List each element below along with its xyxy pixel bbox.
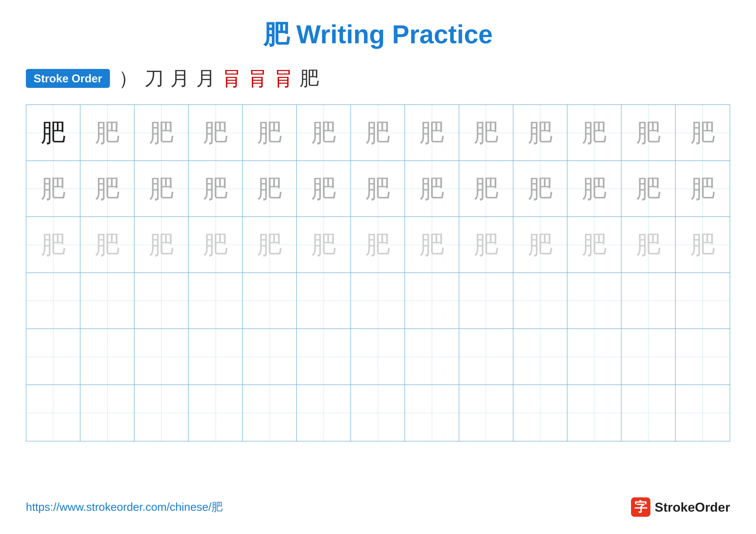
stroke-7: 肙 — [274, 65, 293, 91]
grid-cell[interactable] — [134, 273, 189, 328]
grid-cell[interactable]: 肥 — [459, 217, 513, 272]
grid-cell[interactable]: 肥 — [567, 217, 622, 272]
cell-character: 肥 — [582, 116, 607, 149]
grid-cell[interactable] — [134, 329, 189, 385]
grid-cell[interactable] — [622, 385, 676, 441]
grid-cell[interactable]: 肥 — [189, 105, 243, 161]
grid-cell[interactable]: 肥 — [676, 161, 730, 216]
grid-cell[interactable]: 肥 — [513, 105, 567, 161]
grid-cell[interactable] — [351, 273, 405, 328]
grid-cell[interactable] — [189, 329, 243, 385]
cell-character: 肥 — [690, 228, 715, 262]
grid-cell[interactable]: 肥 — [134, 161, 189, 216]
grid-cell[interactable] — [351, 329, 405, 385]
grid-cell[interactable]: 肥 — [189, 161, 243, 216]
grid-cell[interactable]: 肥 — [26, 105, 80, 161]
grid-cell[interactable]: 肥 — [134, 217, 189, 272]
cell-character: 肥 — [257, 116, 282, 149]
grid-cell[interactable] — [243, 385, 297, 441]
cell-character: 肥 — [203, 172, 228, 206]
grid-cell[interactable] — [297, 273, 351, 328]
grid-cell[interactable] — [297, 329, 351, 385]
cell-character: 肥 — [203, 228, 228, 262]
grid-cell[interactable] — [459, 385, 513, 441]
cell-character: 肥 — [528, 228, 553, 262]
grid-cell[interactable]: 肥 — [405, 161, 459, 216]
grid-cell[interactable]: 肥 — [676, 217, 730, 272]
grid-cell[interactable] — [622, 329, 676, 385]
grid-cell[interactable] — [26, 273, 80, 328]
grid-cell[interactable] — [567, 273, 622, 328]
grid-cell[interactable] — [405, 329, 459, 385]
grid-cell[interactable]: 肥 — [243, 105, 297, 161]
grid-cell[interactable]: 肥 — [297, 105, 351, 161]
grid-cell[interactable] — [351, 385, 405, 441]
grid-cell[interactable]: 肥 — [405, 217, 459, 272]
cell-character: 肥 — [257, 228, 282, 262]
grid-cell[interactable] — [676, 385, 730, 441]
cell-character: 肥 — [95, 228, 120, 262]
grid-cell[interactable]: 肥 — [134, 105, 189, 161]
grid-cell[interactable]: 肥 — [405, 105, 459, 161]
grid-cell[interactable] — [676, 329, 730, 385]
grid-cell[interactable] — [134, 385, 189, 441]
cell-character: 肥 — [311, 172, 336, 206]
cell-character: 肥 — [365, 116, 390, 149]
grid-cell[interactable] — [405, 385, 459, 441]
grid-cell[interactable]: 肥 — [622, 217, 676, 272]
stroke-6: 肙 — [248, 65, 267, 91]
cell-character: 肥 — [582, 172, 607, 206]
grid-cell[interactable] — [567, 385, 622, 441]
grid-cell[interactable]: 肥 — [513, 161, 567, 216]
grid-cell[interactable] — [80, 329, 134, 385]
grid-cell[interactable]: 肥 — [622, 161, 676, 216]
grid-cell[interactable]: 肥 — [459, 161, 513, 216]
grid-cell[interactable]: 肥 — [26, 161, 80, 216]
grid-row — [26, 329, 730, 385]
grid-cell[interactable] — [189, 385, 243, 441]
cell-character: 肥 — [474, 228, 499, 262]
grid-cell[interactable]: 肥 — [351, 161, 405, 216]
stroke-order-badge: Stroke Order — [26, 69, 110, 88]
grid-cell[interactable] — [26, 385, 80, 441]
grid-cell[interactable]: 肥 — [243, 217, 297, 272]
cell-character: 肥 — [419, 228, 444, 262]
grid-cell[interactable] — [567, 329, 622, 385]
cell-character: 肥 — [528, 172, 553, 206]
grid-cell[interactable] — [513, 385, 567, 441]
cell-character: 肥 — [582, 228, 607, 262]
grid-cell[interactable]: 肥 — [80, 217, 134, 272]
grid-cell[interactable]: 肥 — [26, 217, 80, 272]
grid-cell[interactable]: 肥 — [622, 105, 676, 161]
grid-cell[interactable] — [243, 273, 297, 328]
grid-cell[interactable]: 肥 — [567, 161, 622, 216]
grid-cell[interactable]: 肥 — [459, 105, 513, 161]
grid-cell[interactable]: 肥 — [676, 105, 730, 161]
grid-cell[interactable] — [622, 273, 676, 328]
grid-cell[interactable] — [513, 273, 567, 328]
grid-cell[interactable] — [189, 273, 243, 328]
grid-cell[interactable] — [459, 329, 513, 385]
grid-cell[interactable]: 肥 — [297, 161, 351, 216]
grid-cell[interactable]: 肥 — [80, 161, 134, 216]
grid-cell[interactable]: 肥 — [567, 105, 622, 161]
cell-character: 肥 — [474, 172, 499, 206]
grid-cell[interactable] — [80, 273, 134, 328]
grid-cell[interactable]: 肥 — [80, 105, 134, 161]
grid-cell[interactable]: 肥 — [189, 217, 243, 272]
grid-cell[interactable] — [26, 329, 80, 385]
grid-cell[interactable] — [513, 329, 567, 385]
grid-cell[interactable] — [676, 273, 730, 328]
grid-cell[interactable]: 肥 — [351, 217, 405, 272]
grid-cell[interactable] — [405, 273, 459, 328]
grid-cell[interactable]: 肥 — [243, 161, 297, 216]
grid-row: 肥肥肥肥肥肥肥肥肥肥肥肥肥 — [26, 161, 730, 217]
grid-cell[interactable]: 肥 — [513, 217, 567, 272]
grid-cell[interactable] — [243, 329, 297, 385]
grid-row — [26, 273, 730, 329]
grid-cell[interactable] — [297, 385, 351, 441]
grid-cell[interactable]: 肥 — [351, 105, 405, 161]
grid-cell[interactable]: 肥 — [297, 217, 351, 272]
grid-cell[interactable] — [80, 385, 134, 441]
grid-cell[interactable] — [459, 273, 513, 328]
